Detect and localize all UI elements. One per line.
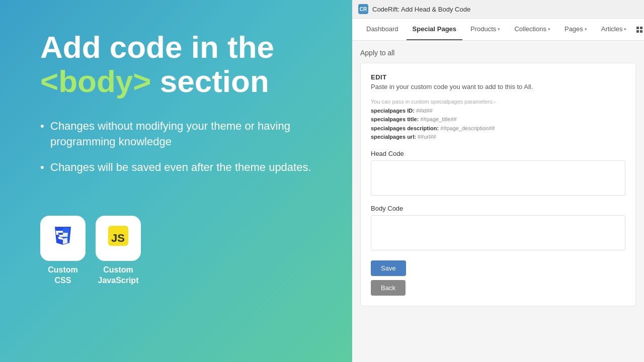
edit-description: Paste in your custom code you want to ad… — [371, 83, 625, 90]
edit-label: EDIT — [371, 73, 625, 81]
products-chevron: ▾ — [498, 27, 500, 32]
param-key-3: specialpages url: — [371, 134, 416, 140]
body-tag-text: <body> — [40, 64, 151, 99]
js-label: CustomJavaScript — [98, 265, 139, 286]
js-icon-box: JS — [96, 216, 141, 261]
param-key-0: specialpages ID: — [371, 108, 415, 114]
nav-bar: Dashboard Special Pages Products ▾ Colle… — [352, 19, 644, 41]
headline-text-1: Add code in the — [40, 30, 274, 64]
body-code-label: Body Code — [371, 205, 625, 212]
headline-text-3: section — [151, 64, 269, 99]
css-icon — [51, 224, 75, 253]
js-icon-card: JS CustomJavaScript — [96, 216, 141, 286]
window-chrome: CR CodeRift: Add Head & Body Code — [352, 0, 644, 19]
nav-special-pages[interactable]: Special Pages — [407, 19, 462, 40]
content-area: Apply to all EDIT Paste in your custom c… — [352, 41, 644, 362]
param-val-2: ##page_description## — [440, 125, 495, 131]
bullet-list: Changes without modifying your theme or … — [40, 119, 322, 185]
bullet-item-2: Changes will be saved even after the the… — [40, 160, 322, 175]
bullet-item-1: Changes without modifying your theme or … — [40, 119, 322, 150]
window-logo: CR — [358, 4, 368, 14]
param-val-0: ##id## — [416, 108, 433, 114]
params-intro: You can pass in custom specialpages para… — [371, 99, 496, 105]
nav-pages[interactable]: Pages ▾ — [558, 19, 593, 40]
pages-chevron: ▾ — [585, 27, 587, 32]
css-icon-box — [40, 216, 86, 261]
param-key-1: specialpages title: — [371, 116, 419, 122]
body-code-textarea[interactable] — [371, 215, 625, 250]
main-headline: Add code in the <body> section — [40, 30, 322, 99]
nav-dashboard[interactable]: Dashboard — [360, 19, 405, 40]
left-panel: Add code in the <body> section Changes w… — [0, 0, 352, 362]
js-icon: JS — [106, 224, 130, 253]
nav-collections[interactable]: Collections ▾ — [508, 19, 556, 40]
section-title: Apply to all — [360, 49, 636, 57]
window-title: CodeRift: Add Head & Body Code — [372, 6, 470, 13]
param-val-1: ##page_title## — [420, 116, 456, 122]
head-code-textarea[interactable] — [371, 160, 625, 196]
params-section: You can pass in custom specialpages para… — [371, 98, 625, 142]
param-val-3: ##url## — [418, 134, 436, 140]
apps-grid-icon[interactable] — [634, 25, 644, 35]
collections-chevron: ▾ — [548, 27, 550, 32]
css-icon-card: CustomCSS — [40, 216, 86, 286]
edit-card: EDIT Paste in your custom code you want … — [360, 63, 636, 306]
svg-text:JS: JS — [111, 232, 125, 244]
nav-products[interactable]: Products ▾ — [464, 19, 506, 40]
param-key-2: specialpages description: — [371, 125, 439, 131]
head-code-label: Head Code — [371, 150, 625, 157]
nav-articles[interactable]: Articles ▾ — [595, 19, 633, 40]
icons-row: CustomCSS JS CustomJavaScript — [40, 216, 322, 286]
save-button[interactable]: Save — [371, 260, 406, 276]
articles-chevron: ▾ — [624, 27, 626, 32]
logo-text: CR — [360, 7, 367, 12]
css-label: CustomCSS — [48, 265, 78, 286]
back-button[interactable]: Back — [371, 280, 406, 296]
right-panel: CR CodeRift: Add Head & Body Code Dashbo… — [352, 0, 644, 362]
